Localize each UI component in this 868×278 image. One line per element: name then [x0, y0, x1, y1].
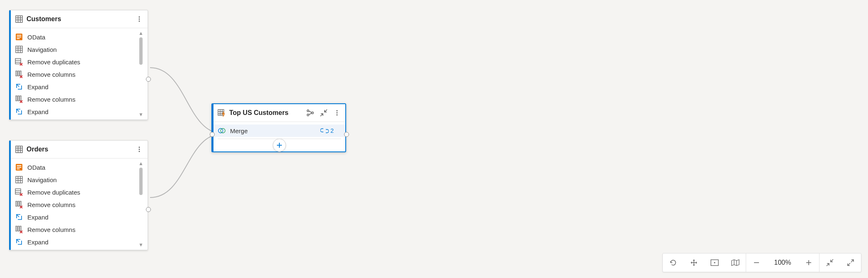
node-orders[interactable]: Orders OData Navigation: [9, 140, 148, 250]
svg-rect-9: [17, 35, 22, 36]
table-icon: [15, 15, 23, 23]
svg-rect-35: [17, 165, 22, 166]
plus-icon: [276, 142, 283, 149]
output-port[interactable]: [344, 132, 349, 137]
step-remove-columns[interactable]: Remove columns: [11, 93, 148, 105]
steps-scrollbar[interactable]: ▲ ▼: [138, 31, 144, 117]
more-menu-button[interactable]: [134, 144, 144, 154]
step-odata[interactable]: OData: [11, 161, 148, 173]
scroll-up-arrow-icon[interactable]: ▲: [138, 31, 143, 36]
svg-rect-23: [16, 96, 17, 101]
node-top-us-customers[interactable]: Top US Customers Merge 2: [211, 103, 346, 152]
input-port[interactable]: [210, 132, 215, 137]
step-navigation[interactable]: Navigation: [11, 43, 148, 56]
step-remove-columns[interactable]: Remove columns: [11, 223, 148, 236]
collapse-button[interactable]: [319, 108, 329, 118]
svg-rect-52: [218, 110, 224, 115]
fit-icon: [710, 259, 719, 266]
remove-columns-icon: [15, 225, 23, 234]
scroll-up-arrow-icon[interactable]: ▲: [138, 161, 143, 166]
node-steps: OData Navigation Remove duplicates Remov…: [11, 159, 148, 250]
step-navigation[interactable]: Navigation: [11, 173, 148, 186]
node-title: Top US Customers: [229, 109, 302, 117]
node-steps: OData Navigation Remove duplicates Remov…: [11, 28, 148, 119]
svg-rect-47: [18, 201, 19, 206]
svg-rect-24: [18, 96, 19, 101]
zoom-in-button[interactable]: [798, 254, 819, 272]
svg-point-64: [337, 115, 338, 116]
svg-line-60: [309, 111, 312, 112]
output-port[interactable]: [146, 77, 151, 82]
scroll-thumb[interactable]: [139, 37, 143, 65]
step-label: Navigation: [27, 46, 136, 53]
add-step-button[interactable]: [273, 139, 286, 152]
step-merge[interactable]: Merge 2: [213, 124, 345, 137]
svg-point-58: [307, 114, 309, 116]
scroll-down-arrow-icon[interactable]: ▼: [138, 242, 143, 247]
expand-icon: [15, 83, 23, 91]
remove-columns-icon: [15, 95, 23, 103]
more-menu-button[interactable]: [332, 108, 342, 118]
step-odata[interactable]: OData: [11, 31, 148, 43]
step-remove-columns[interactable]: Remove columns: [11, 68, 148, 80]
reference-count-badge[interactable]: 2: [320, 127, 334, 134]
expand-icon: [15, 107, 23, 116]
pan-button[interactable]: [684, 254, 704, 272]
step-expand[interactable]: Expand: [11, 105, 148, 118]
zoom-out-button[interactable]: [746, 254, 767, 272]
step-expand[interactable]: Expand: [11, 80, 148, 93]
step-remove-duplicates[interactable]: Remove duplicates: [11, 56, 148, 68]
reset-view-button[interactable]: [663, 254, 684, 272]
related-queries-button[interactable]: [305, 108, 315, 118]
step-expand[interactable]: Expand: [11, 236, 148, 248]
zoom-level[interactable]: 100%: [767, 254, 798, 272]
step-remove-duplicates[interactable]: Remove duplicates: [11, 186, 148, 198]
remove-columns-icon: [15, 200, 23, 209]
step-expand[interactable]: Expand: [11, 211, 148, 223]
scroll-down-arrow-icon[interactable]: ▼: [138, 112, 143, 117]
minus-icon: [753, 259, 760, 266]
scroll-thumb[interactable]: [139, 168, 143, 195]
svg-point-62: [337, 110, 338, 112]
more-menu-button[interactable]: [134, 14, 144, 24]
step-label: Remove duplicates: [27, 59, 136, 66]
remove-duplicates-icon: [15, 188, 23, 196]
pan-icon: [689, 258, 698, 267]
svg-rect-10: [17, 37, 22, 37]
enter-fullscreen-button[interactable]: [840, 254, 861, 272]
node-title: Orders: [27, 146, 131, 153]
zoom-toolbar: 100%: [662, 253, 861, 272]
step-label: Expand: [27, 214, 136, 221]
map-icon: [731, 259, 740, 266]
step-label: Merge: [230, 127, 316, 134]
node-title: Customers: [27, 15, 131, 23]
svg-point-5: [139, 17, 140, 18]
diagram-canvas[interactable]: Customers OData Navigation: [0, 0, 868, 278]
exit-fullscreen-button[interactable]: [820, 254, 840, 272]
svg-rect-11: [17, 38, 20, 39]
step-label: Remove duplicates: [27, 189, 136, 196]
step-label: Expand: [27, 83, 136, 90]
table-icon: [15, 45, 23, 54]
node-header: Orders: [11, 141, 148, 159]
steps-scrollbar[interactable]: ▲ ▼: [138, 161, 144, 247]
odata-icon: [15, 33, 23, 41]
step-label: OData: [27, 34, 136, 41]
merge-icon: [218, 127, 226, 135]
minimap-button[interactable]: [725, 254, 746, 272]
step-remove-columns[interactable]: Remove columns: [11, 198, 148, 211]
node-customers[interactable]: Customers OData Navigation: [9, 10, 148, 120]
svg-rect-36: [17, 167, 22, 168]
svg-point-59: [312, 112, 313, 114]
fit-to-screen-button[interactable]: [704, 254, 725, 272]
svg-rect-37: [17, 168, 20, 169]
svg-rect-46: [16, 201, 17, 206]
svg-rect-49: [16, 226, 17, 231]
svg-rect-25: [20, 96, 21, 101]
plus-icon: [805, 259, 812, 266]
svg-rect-26: [16, 146, 22, 153]
svg-rect-12: [16, 46, 22, 53]
output-port[interactable]: [146, 207, 151, 212]
table-bolt-icon: [218, 109, 226, 117]
step-label: Remove columns: [27, 96, 136, 103]
